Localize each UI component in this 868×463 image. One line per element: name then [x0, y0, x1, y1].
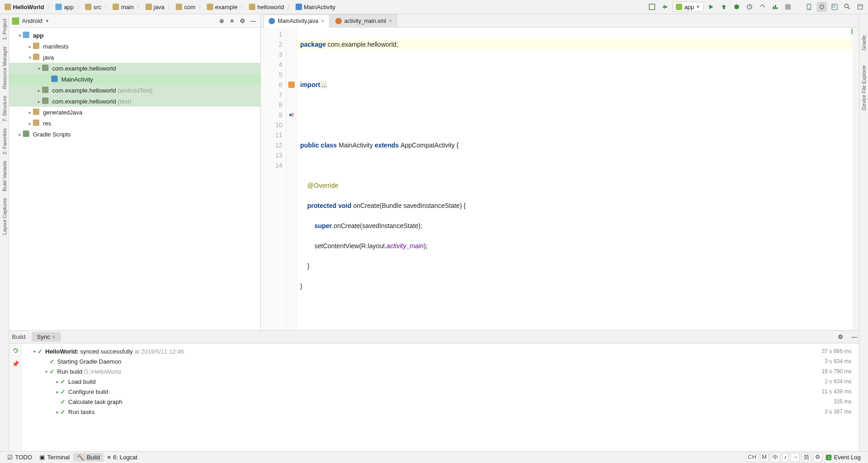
run-button[interactable]: [706, 2, 716, 12]
build-row[interactable]: ▸✓Load build2 s 634 ms: [25, 376, 856, 387]
rail-item[interactable]: 2: Favorites: [1, 125, 8, 157]
rail-item[interactable]: 7: Structure: [1, 93, 8, 125]
tree-arrow-icon[interactable]: ▸: [54, 389, 60, 394]
layout-inspector-icon[interactable]: [830, 2, 840, 12]
tree-arrow-icon[interactable]: ▸: [27, 110, 33, 115]
rail-item[interactable]: Layout Captures: [1, 195, 8, 238]
expand-all-icon[interactable]: ≡: [227, 16, 237, 26]
ime-badge[interactable]: →: [790, 453, 800, 462]
editor-scrollbar[interactable]: [852, 27, 859, 332]
breadcrumb-segment[interactable]: com: [174, 3, 197, 11]
profile-button[interactable]: [744, 2, 755, 12]
tree-row[interactable]: ▸manifests: [9, 41, 260, 52]
editor-tab[interactable]: activity_main.xml×: [330, 14, 397, 27]
tree-arrow-icon[interactable]: ▾: [31, 349, 38, 354]
breadcrumb-segment[interactable]: app: [54, 3, 75, 11]
gear-icon[interactable]: ⚙: [836, 332, 845, 342]
tree-row[interactable]: ▾java: [9, 52, 260, 63]
code-editor[interactable]: 1234567891011121314 package com.example.…: [261, 27, 859, 332]
tree-arrow-icon[interactable]: ▸: [54, 409, 60, 414]
tree-arrow-icon[interactable]: ▾: [43, 369, 49, 374]
override-gutter-icon[interactable]: [286, 110, 296, 120]
sdk-manager-icon[interactable]: [817, 2, 827, 12]
status-logcat[interactable]: ≡6: Logcat: [103, 453, 141, 462]
build-row[interactable]: ▾✓Run build G:\HelloWorld18 s 790 ms: [25, 366, 856, 376]
attach-debugger-icon[interactable]: [757, 2, 767, 12]
status-build[interactable]: 🔨Build: [73, 453, 103, 462]
breadcrumb-segment[interactable]: main: [111, 3, 135, 11]
ime-badge[interactable]: ♪: [782, 453, 789, 462]
tree-arrow-icon[interactable]: ▾: [16, 33, 23, 38]
rail-item[interactable]: Build Variants: [1, 158, 8, 194]
tree-arrow-icon[interactable]: ▸: [27, 121, 33, 126]
tree-row[interactable]: MainActivity: [9, 74, 260, 85]
gear-icon[interactable]: ⚙: [238, 16, 247, 26]
editor-tab[interactable]: MainActivity.java×: [264, 15, 329, 27]
build-tab-sync[interactable]: Sync ×: [32, 332, 61, 342]
tree-arrow-icon[interactable]: ▾: [36, 66, 42, 71]
chevron-down-icon[interactable]: ▼: [45, 19, 49, 23]
close-icon[interactable]: ×: [52, 333, 55, 340]
build-row[interactable]: ✓Starting Gradle Daemon3 s 934 ms: [25, 356, 856, 366]
breadcrumb-segment[interactable]: example: [205, 3, 239, 11]
stop-button[interactable]: [783, 2, 793, 12]
tree-row[interactable]: ▸Gradle Scripts: [9, 129, 260, 140]
close-icon[interactable]: ×: [321, 18, 324, 24]
tree-arrow-icon[interactable]: ▸: [36, 99, 42, 104]
tree-arrow-icon[interactable]: ▸: [16, 132, 23, 137]
search-icon[interactable]: [842, 2, 852, 12]
tree-arrow-icon[interactable]: ▸: [27, 44, 33, 49]
build-row[interactable]: ▸✓Configure build11 s 439 ms: [25, 387, 856, 397]
ime-badge[interactable]: 中: [771, 453, 780, 462]
apply-changes-icon[interactable]: [719, 2, 729, 12]
debug-button[interactable]: [732, 2, 742, 12]
project-tree[interactable]: ▾app▸manifests▾java▾com.example.hellowor…: [9, 28, 260, 330]
tree-row[interactable]: ▸com.example.helloworld(test): [9, 96, 260, 107]
tree-row[interactable]: ▸generatedJava: [9, 107, 260, 118]
settings-toolbar-icon[interactable]: [855, 2, 865, 12]
breadcrumb-segment[interactable]: java: [144, 3, 167, 11]
run-config-selector[interactable]: app ▼: [673, 2, 703, 12]
hide-panel-icon[interactable]: —: [850, 332, 859, 342]
tree-row[interactable]: ▾app: [9, 30, 260, 41]
android-profiler-icon[interactable]: [770, 2, 780, 12]
build-output-tree[interactable]: ▾✓HelloWorld: synced successfully at 201…: [22, 343, 859, 451]
ime-badge[interactable]: 简: [802, 453, 811, 462]
status-terminal[interactable]: ▣Terminal: [36, 453, 73, 462]
make-project-icon[interactable]: [647, 2, 657, 12]
rail-item[interactable]: Resource Manager: [1, 44, 8, 92]
svg-rect-14: [775, 5, 776, 9]
project-view-label[interactable]: Android: [22, 17, 43, 24]
ime-badge[interactable]: ⚙: [813, 453, 822, 462]
tree-row[interactable]: ▸com.example.helloworld(androidTest): [9, 85, 260, 96]
sync-gradle-icon[interactable]: [660, 2, 670, 12]
build-row[interactable]: ▸✓Run tasks3 s 387 ms: [25, 407, 856, 417]
locate-icon[interactable]: ⊕: [217, 16, 226, 26]
breadcrumb-segment[interactable]: src: [83, 3, 103, 11]
breadcrumb-segment[interactable]: HelloWorld: [3, 3, 46, 11]
tree-arrow-icon[interactable]: ▸: [54, 379, 60, 384]
ime-indicator[interactable]: CHM中♪→简⚙: [746, 453, 822, 462]
breadcrumb-segment[interactable]: helloworld: [247, 3, 286, 11]
tree-arrow-icon[interactable]: ▸: [36, 88, 42, 93]
ime-badge[interactable]: M: [760, 453, 769, 462]
pin-icon[interactable]: 📌: [11, 359, 20, 368]
ime-badge[interactable]: CH: [746, 453, 758, 462]
avd-manager-icon[interactable]: [804, 2, 814, 12]
restart-build-icon[interactable]: [11, 346, 20, 355]
close-icon[interactable]: ×: [389, 18, 392, 24]
status-todo[interactable]: ☑TODO: [4, 453, 36, 462]
hide-panel-icon[interactable]: —: [248, 16, 258, 26]
svg-rect-22: [858, 5, 863, 9]
build-row[interactable]: ▾✓HelloWorld: synced successfully at 201…: [25, 346, 856, 356]
build-row[interactable]: ✓Calculate task graph335 ms: [25, 397, 856, 407]
tree-row[interactable]: ▾com.example.helloworld: [9, 63, 260, 74]
tree-row[interactable]: ▸res: [9, 118, 260, 129]
breadcrumb-segment[interactable]: MainActivity: [294, 3, 337, 11]
rail-item[interactable]: 1: Project: [1, 16, 8, 43]
tree-arrow-icon[interactable]: ▾: [27, 55, 33, 60]
code-content[interactable]: package com.example.helloworld; import .…: [297, 27, 859, 332]
status-event-log[interactable]: 1Event Log: [822, 453, 864, 462]
rail-item[interactable]: Device File Explorer: [860, 62, 868, 113]
rail-item[interactable]: Gradle: [860, 33, 868, 53]
